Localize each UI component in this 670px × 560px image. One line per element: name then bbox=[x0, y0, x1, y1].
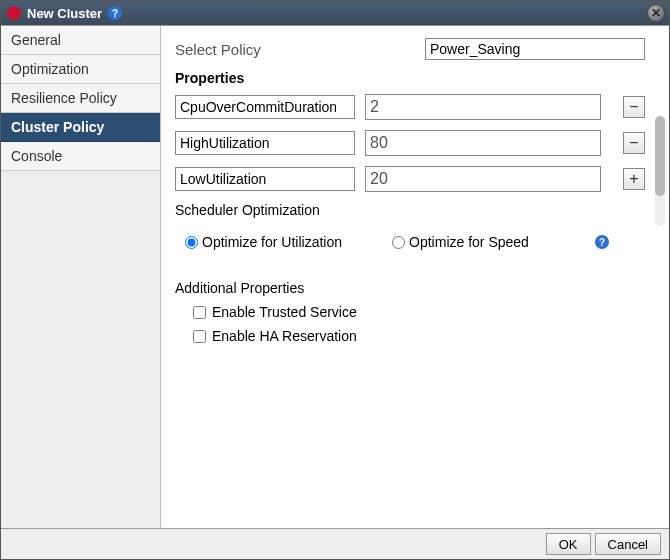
scrollbar-thumb[interactable] bbox=[655, 116, 665, 196]
sidebar-item-optimization[interactable]: Optimization bbox=[1, 55, 160, 84]
select-policy-label: Select Policy bbox=[175, 41, 425, 58]
dialog-footer: OK Cancel bbox=[1, 529, 669, 559]
optimize-utilization-radio[interactable]: Optimize for Utilization bbox=[185, 234, 342, 250]
new-cluster-dialog: New Cluster ? ✕ General Optimization Res… bbox=[0, 0, 670, 560]
content-cluster-policy: Select Policy Power_Saving Properties Cp… bbox=[161, 26, 669, 528]
remove-property-button[interactable]: − bbox=[623, 96, 645, 118]
titlebar[interactable]: New Cluster ? ✕ bbox=[1, 1, 669, 25]
sidebar-item-cluster-policy[interactable]: Cluster Policy bbox=[1, 113, 160, 142]
add-property-button[interactable]: + bbox=[623, 168, 645, 190]
property-name-select[interactable]: CpuOverCommitDuration bbox=[175, 95, 355, 119]
redhat-icon bbox=[7, 6, 21, 20]
enable-trusted-service-checkbox[interactable]: Enable Trusted Service bbox=[193, 304, 645, 320]
help-icon[interactable]: ? bbox=[108, 6, 122, 20]
radio-input-utilization[interactable] bbox=[185, 236, 198, 249]
sidebar-item-console[interactable]: Console bbox=[1, 142, 160, 171]
close-button[interactable]: ✕ bbox=[647, 4, 665, 22]
checkbox-ha[interactable] bbox=[193, 330, 206, 343]
property-value-input[interactable] bbox=[365, 166, 601, 192]
property-name-select[interactable]: HighUtilization bbox=[175, 131, 355, 155]
dialog-body: General Optimization Resilience Policy C… bbox=[1, 25, 669, 529]
remove-property-button[interactable]: − bbox=[623, 132, 645, 154]
property-row: HighUtilization − bbox=[175, 130, 645, 156]
cancel-button[interactable]: Cancel bbox=[595, 533, 661, 555]
properties-heading: Properties bbox=[175, 70, 645, 86]
optimize-speed-radio[interactable]: Optimize for Speed bbox=[392, 234, 529, 250]
additional-properties-heading: Additional Properties bbox=[175, 280, 645, 296]
help-icon[interactable]: ? bbox=[595, 235, 609, 249]
property-value-input[interactable] bbox=[365, 94, 601, 120]
policy-select[interactable]: Power_Saving bbox=[425, 38, 645, 60]
property-row: CpuOverCommitDuration − bbox=[175, 94, 645, 120]
checkbox-trusted[interactable] bbox=[193, 306, 206, 319]
property-row: LowUtilization + bbox=[175, 166, 645, 192]
ok-button[interactable]: OK bbox=[546, 533, 591, 555]
enable-ha-reservation-checkbox[interactable]: Enable HA Reservation bbox=[193, 328, 645, 344]
sidebar: General Optimization Resilience Policy C… bbox=[1, 26, 161, 528]
dialog-title: New Cluster bbox=[27, 6, 102, 21]
scheduler-optimization-heading: Scheduler Optimization bbox=[175, 202, 645, 218]
sidebar-item-general[interactable]: General bbox=[1, 26, 160, 55]
sidebar-item-resilience-policy[interactable]: Resilience Policy bbox=[1, 84, 160, 113]
property-value-input[interactable] bbox=[365, 130, 601, 156]
scrollbar[interactable] bbox=[655, 116, 665, 226]
property-name-select[interactable]: LowUtilization bbox=[175, 167, 355, 191]
radio-input-speed[interactable] bbox=[392, 236, 405, 249]
